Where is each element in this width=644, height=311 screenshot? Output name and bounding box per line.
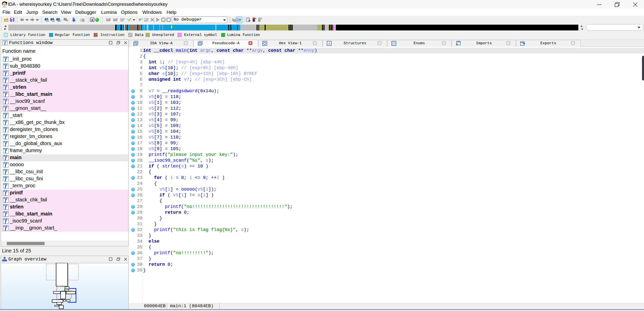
svg-text:CODE: CODE — [106, 19, 111, 21]
svg-text:DATA: DATA — [113, 19, 117, 21]
svg-text:'s: 's — [127, 19, 130, 22]
svg-text:C: C — [234, 19, 235, 22]
svg-text:C: C — [237, 19, 239, 21]
svg-text:#: # — [47, 20, 48, 21]
svg-text:A: A — [328, 42, 330, 45]
svg-text:A: A — [121, 19, 123, 21]
svg-text:101: 101 — [58, 20, 60, 21]
